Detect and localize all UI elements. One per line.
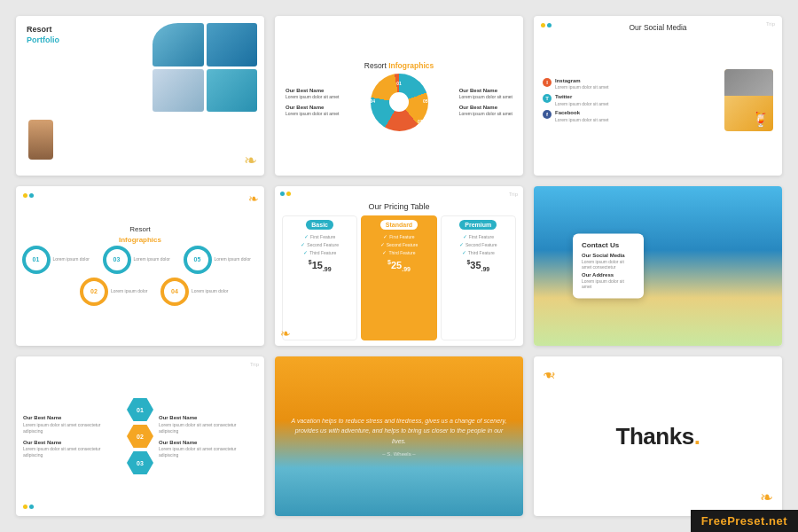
plan-standard-header: Standard — [380, 220, 418, 230]
slide-3-photo — [724, 69, 773, 131]
standard-price: $25.99 — [387, 259, 411, 272]
dot-teal-4 — [29, 505, 34, 509]
contact-card-title: Contact Us — [582, 241, 635, 249]
gear-05-label: Lorem ipsum dolor — [215, 256, 259, 262]
plan-premium-header: Premium — [459, 220, 497, 230]
photo-2 — [207, 23, 258, 66]
slide-1-title: ResortPortfolio — [27, 25, 59, 45]
slide-5-title: Our Pricing Table — [369, 202, 430, 211]
hex-right-2: Our Best Name Lorem ipsum dolor sit amet… — [159, 439, 257, 458]
watermark: FreePreset.net — [691, 510, 798, 532]
dot-yellow-3 — [286, 192, 291, 196]
pie-num-04: 04 — [371, 98, 376, 104]
label-left-2: Our Best Name Lorem ipsum dolor sit amet — [286, 105, 339, 116]
labels-right: Our Best Name Lorem ipsum dolor sit amet… — [459, 88, 512, 116]
person-photo — [28, 120, 53, 160]
plan-basic-header: Basic — [306, 220, 333, 230]
slide-3: Trip Our Social Media I Instagram Lorem … — [534, 16, 782, 176]
slide-2-title: Resort Infographics — [364, 61, 434, 70]
gear-02-group: 02 Lorem ipsum dolor — [80, 278, 155, 306]
watermark-prefix: Free — [701, 514, 727, 528]
facebook-text: Facebook Lorem ipsum dolor sit amet — [555, 110, 608, 122]
social-item-facebook: f Facebook Lorem ipsum dolor sit amet — [543, 110, 719, 122]
slide-7-dots — [23, 505, 34, 509]
standard-f3: ✓Third Feature — [382, 249, 415, 255]
social-item-twitter: T Twitter Lorem ipsum dolor sit amet — [543, 94, 719, 106]
slide-3-body: I Instagram Lorem ipsum dolor sit amet T… — [543, 32, 773, 168]
gear-05-group: 05 Lorem ipsum dolor — [184, 246, 259, 274]
slide-4-leaf: ❧ — [248, 192, 259, 206]
slide-5-dots — [280, 192, 291, 196]
watermark-highlight: Preset — [727, 514, 765, 528]
gear-row-2: 02 Lorem ipsum dolor 04 Lorem ipsum dolo… — [28, 278, 252, 306]
gear-03-group: 03 Lorem ipsum dolor — [103, 246, 178, 274]
contact-card: Contact Us Our Social Media Lorem ipsum … — [573, 234, 644, 299]
hex-01: 01 — [127, 398, 153, 421]
plan-standard: Standard ✓First Feature ✓Second Feature … — [361, 215, 436, 340]
slide-3-corner: Trip — [766, 21, 775, 27]
hex-labels-right: Our Best Name Lorem ipsum dolor sit amet… — [159, 414, 257, 458]
contact-social: Our Social Media Lorem ipsum dolor sit a… — [582, 253, 635, 270]
premium-price: $35.99 — [466, 259, 489, 272]
gear-03: 03 — [103, 246, 131, 274]
labels-left: Our Best Name Lorem ipsum dolor sit amet… — [286, 88, 339, 116]
slide-4-dots — [23, 193, 34, 198]
quote-author: – S. Wheels – — [382, 451, 415, 457]
gear-01: 01 — [22, 246, 51, 274]
gear-04-group: 04 Lorem ipsum dolor — [160, 278, 236, 306]
slide-5-leaf: ❧ — [280, 326, 291, 340]
gear-05: 05 — [184, 246, 212, 274]
photo-1 — [153, 23, 204, 66]
slide-7-content: Our Best Name Lorem ipsum dolor sit amet… — [23, 364, 257, 509]
hex-labels-left: Our Best Name Lorem ipsum dolor sit amet… — [23, 414, 121, 458]
instagram-icon: I — [543, 78, 552, 87]
hex-right-1: Our Best Name Lorem ipsum dolor sit amet… — [159, 414, 257, 434]
slide-2-content: Our Best Name Lorem ipsum dolor sit amet… — [282, 74, 516, 131]
thanks-dot: . — [694, 423, 700, 450]
gear-row-1: 01 Lorem ipsum dolor 03 Lorem ipsum dolo… — [28, 246, 252, 274]
leaf-bottom-right: ❧ — [760, 488, 773, 507]
standard-f1: ✓First Feature — [383, 233, 414, 239]
social-item-instagram: I Instagram Lorem ipsum dolor sit amet — [543, 78, 719, 90]
photo-4 — [207, 69, 258, 113]
premium-f2: ✓Second Feature — [459, 241, 497, 247]
dot-yellow-2 — [23, 193, 27, 198]
pie-center — [389, 92, 409, 112]
plan-basic: Basic ✓First Feature ✓Second Feature ✓Th… — [282, 215, 357, 340]
slide-1-photos — [153, 23, 257, 112]
leaf-decoration: ❧ — [244, 151, 257, 170]
quote-text: A vacation helps to reduce stress and ti… — [287, 416, 511, 446]
slide-9: ❧ Thanks. ❧ — [534, 356, 782, 516]
hex-03: 03 — [127, 451, 153, 474]
contact-address: Our Address Lorem ipsum dolor sit amet — [582, 272, 635, 289]
gear-02: 02 — [80, 278, 108, 306]
slide-5: Trip Our Pricing Table Basic ✓First Feat… — [275, 186, 523, 346]
instagram-text: Instagram Lorem ipsum dolor sit amet — [555, 78, 608, 90]
standard-f2: ✓Second Feature — [380, 241, 419, 247]
slide-6: Contact Us Our Social Media Lorem ipsum … — [534, 186, 782, 346]
slide-4-title: Resort Infographics — [119, 225, 161, 244]
gear-04: 04 — [160, 278, 189, 306]
premium-f3: ✓Third Feature — [462, 249, 495, 255]
slide-1: ResortPortfolio ❧ — [16, 16, 264, 176]
hex-left-2: Our Best Name Lorem ipsum dolor sit amet… — [23, 439, 121, 458]
slide-7-corner: Trip — [250, 362, 259, 367]
basic-f2: ✓Second Feature — [301, 241, 339, 247]
social-list: I Instagram Lorem ipsum dolor sit amet T… — [543, 78, 719, 123]
basic-price: $15.99 — [309, 259, 332, 272]
slide-8: A vacation helps to reduce stress and ti… — [275, 356, 523, 516]
pie-chart: 01 03 04 05 — [371, 74, 428, 131]
dot-yellow-4 — [23, 505, 27, 509]
slide-2: Resort Infographics Our Best Name Lorem … — [275, 16, 523, 176]
twitter-icon: T — [543, 94, 552, 103]
label-left-1: Our Best Name Lorem ipsum dolor sit amet — [286, 88, 339, 99]
pie-num-01: 01 — [396, 81, 402, 86]
leaf-top-left: ❧ — [543, 365, 556, 385]
thanks-text: Thanks. — [616, 423, 700, 450]
watermark-suffix: .net — [765, 514, 787, 528]
gears-container: 01 Lorem ipsum dolor 03 Lorem ipsum dolo… — [23, 244, 257, 308]
label-right-1: Our Best Name Lorem ipsum dolor sit amet — [459, 88, 512, 99]
gear-02-label: Lorem ipsum dolor — [111, 288, 155, 294]
gear-04-label: Lorem ipsum dolor — [192, 288, 236, 294]
pie-num-05: 05 — [423, 98, 428, 104]
